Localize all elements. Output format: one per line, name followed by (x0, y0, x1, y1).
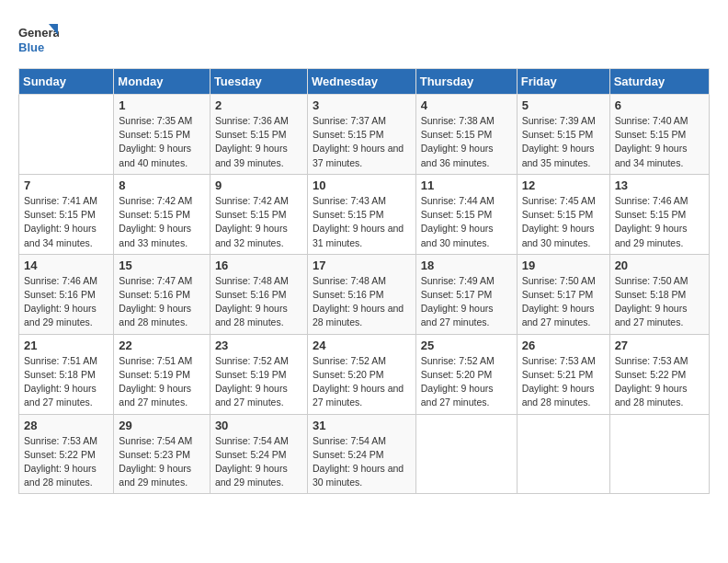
day-cell (609, 414, 709, 494)
day-cell: 16Sunrise: 7:48 AMSunset: 5:16 PMDayligh… (210, 254, 307, 334)
day-number: 21 (24, 339, 108, 352)
day-info: Sunrise: 7:49 AMSunset: 5:17 PMDaylight:… (421, 274, 512, 330)
day-cell: 31Sunrise: 7:54 AMSunset: 5:24 PMDayligh… (307, 414, 415, 494)
page-header: GeneralBlue (18, 18, 710, 59)
day-cell: 14Sunrise: 7:46 AMSunset: 5:16 PMDayligh… (19, 254, 114, 334)
day-info: Sunrise: 7:46 AMSunset: 5:15 PMDaylight:… (615, 194, 704, 250)
header-sunday: Sunday (19, 69, 114, 95)
day-cell: 6Sunrise: 7:40 AMSunset: 5:15 PMDaylight… (609, 95, 709, 175)
day-number: 20 (615, 259, 704, 272)
header-friday: Friday (517, 69, 609, 95)
day-cell: 23Sunrise: 7:52 AMSunset: 5:19 PMDayligh… (210, 334, 307, 414)
day-cell: 17Sunrise: 7:48 AMSunset: 5:16 PMDayligh… (307, 254, 415, 334)
day-info: Sunrise: 7:38 AMSunset: 5:15 PMDaylight:… (421, 114, 512, 170)
day-number: 2 (215, 98, 302, 112)
day-info: Sunrise: 7:42 AMSunset: 5:15 PMDaylight:… (215, 194, 302, 250)
day-info: Sunrise: 7:46 AMSunset: 5:16 PMDaylight:… (24, 274, 108, 330)
day-number: 28 (24, 419, 108, 432)
week-row-4: 21Sunrise: 7:51 AMSunset: 5:18 PMDayligh… (19, 334, 710, 414)
day-cell: 8Sunrise: 7:42 AMSunset: 5:15 PMDaylight… (114, 174, 210, 254)
day-info: Sunrise: 7:48 AMSunset: 5:16 PMDaylight:… (313, 274, 411, 330)
week-row-5: 28Sunrise: 7:53 AMSunset: 5:22 PMDayligh… (19, 414, 710, 494)
day-number: 23 (215, 339, 302, 352)
day-number: 30 (215, 419, 302, 432)
day-number: 14 (24, 259, 108, 272)
day-cell: 25Sunrise: 7:52 AMSunset: 5:20 PMDayligh… (415, 334, 517, 414)
day-number: 29 (119, 419, 205, 432)
day-cell: 10Sunrise: 7:43 AMSunset: 5:15 PMDayligh… (307, 174, 415, 254)
day-info: Sunrise: 7:35 AMSunset: 5:15 PMDaylight:… (119, 114, 205, 170)
logo-svg: GeneralBlue (18, 18, 59, 59)
day-info: Sunrise: 7:37 AMSunset: 5:15 PMDaylight:… (313, 114, 411, 170)
day-cell: 7Sunrise: 7:41 AMSunset: 5:15 PMDaylight… (19, 174, 114, 254)
day-cell: 19Sunrise: 7:50 AMSunset: 5:17 PMDayligh… (517, 254, 609, 334)
day-info: Sunrise: 7:52 AMSunset: 5:20 PMDaylight:… (421, 354, 512, 410)
day-cell: 24Sunrise: 7:52 AMSunset: 5:20 PMDayligh… (307, 334, 415, 414)
header-row: SundayMondayTuesdayWednesdayThursdayFrid… (19, 69, 710, 95)
day-number: 6 (615, 98, 704, 112)
header-thursday: Thursday (415, 69, 517, 95)
day-cell: 29Sunrise: 7:54 AMSunset: 5:23 PMDayligh… (114, 414, 210, 494)
day-number: 3 (313, 98, 411, 112)
day-number: 8 (119, 178, 205, 192)
day-info: Sunrise: 7:44 AMSunset: 5:15 PMDaylight:… (421, 194, 512, 250)
day-info: Sunrise: 7:47 AMSunset: 5:16 PMDaylight:… (119, 274, 205, 330)
header-monday: Monday (114, 69, 210, 95)
day-number: 25 (421, 339, 512, 352)
day-info: Sunrise: 7:50 AMSunset: 5:18 PMDaylight:… (615, 274, 704, 330)
calendar-table: SundayMondayTuesdayWednesdayThursdayFrid… (18, 68, 710, 494)
day-info: Sunrise: 7:43 AMSunset: 5:15 PMDaylight:… (313, 194, 411, 250)
day-number: 19 (522, 259, 605, 272)
day-number: 4 (421, 98, 512, 112)
day-cell: 28Sunrise: 7:53 AMSunset: 5:22 PMDayligh… (19, 414, 114, 494)
day-number: 31 (313, 419, 411, 432)
day-info: Sunrise: 7:42 AMSunset: 5:15 PMDaylight:… (119, 194, 205, 250)
day-cell (517, 414, 609, 494)
day-number: 27 (615, 339, 704, 352)
day-info: Sunrise: 7:54 AMSunset: 5:24 PMDaylight:… (313, 434, 411, 490)
day-number: 26 (522, 339, 605, 352)
day-info: Sunrise: 7:53 AMSunset: 5:21 PMDaylight:… (522, 354, 605, 410)
day-number: 15 (119, 259, 205, 272)
day-cell: 4Sunrise: 7:38 AMSunset: 5:15 PMDaylight… (415, 95, 517, 175)
day-info: Sunrise: 7:40 AMSunset: 5:15 PMDaylight:… (615, 114, 704, 170)
day-cell: 18Sunrise: 7:49 AMSunset: 5:17 PMDayligh… (415, 254, 517, 334)
day-number: 18 (421, 259, 512, 272)
day-info: Sunrise: 7:36 AMSunset: 5:15 PMDaylight:… (215, 114, 302, 170)
day-number: 22 (119, 339, 205, 352)
day-number: 16 (215, 259, 302, 272)
day-cell: 5Sunrise: 7:39 AMSunset: 5:15 PMDaylight… (517, 95, 609, 175)
header-wednesday: Wednesday (307, 69, 415, 95)
day-cell (19, 95, 114, 175)
svg-text:Blue: Blue (18, 40, 44, 54)
header-tuesday: Tuesday (210, 69, 307, 95)
day-cell: 27Sunrise: 7:53 AMSunset: 5:22 PMDayligh… (609, 334, 709, 414)
day-number: 13 (615, 178, 704, 192)
day-cell: 15Sunrise: 7:47 AMSunset: 5:16 PMDayligh… (114, 254, 210, 334)
day-info: Sunrise: 7:53 AMSunset: 5:22 PMDaylight:… (615, 354, 704, 410)
day-info: Sunrise: 7:48 AMSunset: 5:16 PMDaylight:… (215, 274, 302, 330)
day-info: Sunrise: 7:54 AMSunset: 5:24 PMDaylight:… (215, 434, 302, 490)
day-number: 9 (215, 178, 302, 192)
day-number: 5 (522, 98, 605, 112)
day-number: 7 (24, 178, 108, 192)
day-info: Sunrise: 7:53 AMSunset: 5:22 PMDaylight:… (24, 434, 108, 490)
day-number: 24 (313, 339, 411, 352)
day-cell: 22Sunrise: 7:51 AMSunset: 5:19 PMDayligh… (114, 334, 210, 414)
day-cell (415, 414, 517, 494)
day-cell: 13Sunrise: 7:46 AMSunset: 5:15 PMDayligh… (609, 174, 709, 254)
day-cell: 11Sunrise: 7:44 AMSunset: 5:15 PMDayligh… (415, 174, 517, 254)
day-info: Sunrise: 7:45 AMSunset: 5:15 PMDaylight:… (522, 194, 605, 250)
day-info: Sunrise: 7:54 AMSunset: 5:23 PMDaylight:… (119, 434, 205, 490)
day-info: Sunrise: 7:39 AMSunset: 5:15 PMDaylight:… (522, 114, 605, 170)
day-number: 11 (421, 178, 512, 192)
day-cell: 30Sunrise: 7:54 AMSunset: 5:24 PMDayligh… (210, 414, 307, 494)
week-row-2: 7Sunrise: 7:41 AMSunset: 5:15 PMDaylight… (19, 174, 710, 254)
day-number: 1 (119, 98, 205, 112)
day-info: Sunrise: 7:50 AMSunset: 5:17 PMDaylight:… (522, 274, 605, 330)
day-info: Sunrise: 7:41 AMSunset: 5:15 PMDaylight:… (24, 194, 108, 250)
day-number: 10 (313, 178, 411, 192)
logo: GeneralBlue (18, 18, 59, 59)
week-row-1: 1Sunrise: 7:35 AMSunset: 5:15 PMDaylight… (19, 95, 710, 175)
day-cell: 12Sunrise: 7:45 AMSunset: 5:15 PMDayligh… (517, 174, 609, 254)
